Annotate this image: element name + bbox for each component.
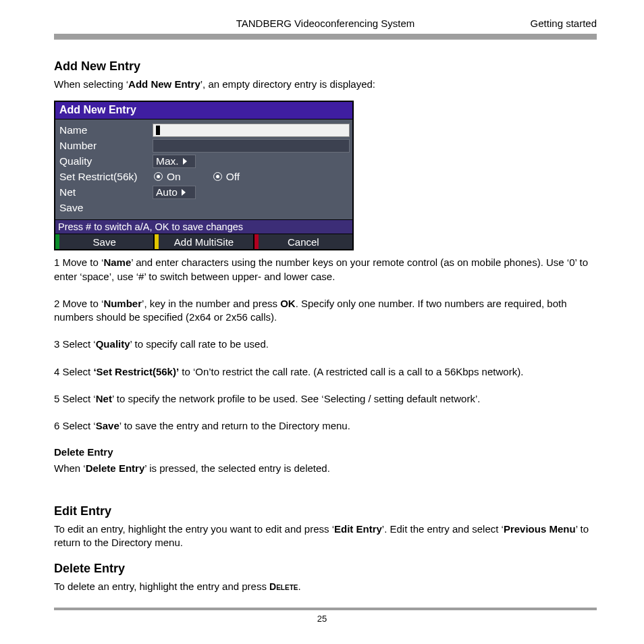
section-add-new-entry-title: Add New Entry (54, 59, 597, 74)
t: 5 Select ‘ (54, 393, 96, 404)
add-new-entry-dialog: Add New Entry Name Number Quality Max. (54, 101, 354, 250)
quality-dropdown[interactable]: Max. (153, 155, 196, 168)
delete-entry-text-2: To delete an entry, highlight the entry … (54, 580, 597, 593)
label-save: Save (58, 202, 153, 214)
cancel-button-label: Cancel (288, 236, 319, 248)
step-5: 5 Select ‘Net’ to specify the network pr… (54, 392, 597, 406)
restrict-off-label: Off (226, 171, 240, 183)
delete-entry-text: When ‘Delete Entry’ is pressed, the sele… (54, 462, 597, 475)
save-button[interactable]: Save (55, 234, 155, 249)
t: ‘Set Restrict(56k)’ (93, 366, 179, 377)
chevron-right-icon (182, 189, 186, 196)
section-add-new-entry-intro: When selecting ‘Add New Entry’, an empty… (54, 78, 597, 91)
intro-bold: Add New Entry (128, 78, 200, 90)
save-button-label: Save (93, 236, 116, 248)
section-delete-entry-title: Delete Entry (54, 562, 597, 576)
intro-pre: When selecting ‘ (54, 78, 128, 90)
t: to ‘On’to restrict the call rate. (A res… (179, 366, 523, 377)
header-rule (54, 34, 597, 40)
dialog-buttons: Save Add MultiSite Cancel (55, 234, 352, 249)
edit-entry-text: To edit an entry, highlight the entry yo… (54, 522, 597, 550)
add-multisite-button[interactable]: Add MultiSite (155, 234, 254, 249)
net-value: Auto (156, 186, 178, 198)
t: 3 Select ‘ (54, 338, 96, 350)
header-center: TANDBERG Videoconferencing System (54, 18, 597, 29)
step-6: 6 Select ‘Save’ to save the entry and re… (54, 419, 597, 433)
t: Save (96, 420, 119, 431)
restrict-on-label: On (167, 171, 181, 183)
name-field[interactable] (153, 124, 350, 137)
page-number: 25 (0, 614, 644, 624)
t: Previous Menu (504, 523, 576, 535)
t: Name (103, 257, 131, 268)
radio-dot-icon (154, 172, 163, 181)
dialog-body: Name Number Quality Max. Set Restrict(56… (55, 119, 352, 219)
row-number: Number (58, 138, 350, 153)
net-dropdown[interactable]: Auto (153, 186, 196, 199)
t: 1 Move to ‘ (54, 257, 103, 268)
t: Delete Entry (86, 462, 145, 474)
t: ’. Edit the entry and select ‘ (382, 523, 504, 535)
row-save[interactable]: Save (58, 200, 350, 215)
step-3: 3 Select ‘Quality’ to specify call rate … (54, 338, 597, 351)
step-4: 4 Select ‘Set Restrict(56k)’ to ‘On’to r… (54, 365, 597, 379)
row-restrict: Set Restrict(56k) On Off (58, 169, 350, 184)
restrict-radiogroup: On Off (153, 171, 240, 183)
t: ’ to specify the network profile to be u… (112, 393, 481, 404)
t: 4 Select (54, 366, 93, 377)
text-cursor-icon (156, 126, 160, 135)
radio-dot-icon (213, 172, 222, 181)
row-name: Name (58, 122, 350, 138)
t: Number (103, 298, 142, 309)
t: Net (96, 393, 112, 404)
t: 2 Move to ‘ (54, 298, 103, 309)
t: Quality (96, 338, 130, 350)
t: ’ to specify call rate to be used. (130, 338, 269, 350)
label-name: Name (58, 124, 153, 136)
dialog-titlebar: Add New Entry (55, 102, 352, 119)
dialog-hint: Press # to switch a/A, OK to save change… (55, 219, 352, 234)
step-2: 2 Move to ‘Number’, key in the number an… (54, 297, 597, 325)
t: ’, key in the number and press (142, 298, 280, 309)
t: 6 Select ‘ (54, 420, 96, 431)
row-quality: Quality Max. (58, 153, 350, 169)
t: To delete an entry, highlight the entry … (54, 581, 269, 592)
section-edit-entry-title: Edit Entry (54, 504, 597, 518)
page-header: TANDBERG Videoconferencing System Gettin… (54, 18, 597, 32)
delete-entry-subhead: Delete Entry (54, 446, 597, 458)
chevron-right-icon (183, 158, 187, 165)
t: Edit Entry (334, 523, 382, 535)
footer-rule (54, 608, 597, 610)
restrict-off-radio[interactable]: Off (213, 171, 240, 183)
t: When ‘ (54, 462, 86, 474)
row-net: Net Auto (58, 184, 350, 200)
restrict-on-radio[interactable]: On (154, 171, 181, 183)
quality-value: Max. (156, 155, 179, 167)
t: Delete (269, 581, 298, 592)
cancel-button[interactable]: Cancel (254, 234, 352, 249)
t: ’ and enter characters using the number … (54, 257, 588, 281)
t: ’ is pressed, the selected entry is dele… (144, 462, 330, 474)
label-number: Number (58, 140, 153, 152)
add-multisite-button-label: Add MultiSite (174, 236, 234, 248)
steps-list: 1 Move to ‘Name’ and enter characters us… (54, 256, 597, 433)
intro-post: ’, an empty directory entry is displayed… (200, 78, 375, 90)
t: OK (280, 298, 296, 309)
label-net: Net (58, 186, 153, 198)
label-quality: Quality (58, 155, 153, 167)
label-restrict: Set Restrict(56k) (58, 171, 153, 183)
t: To edit an entry, highlight the entry yo… (54, 523, 334, 535)
t: ’ to save the entry and return to the Di… (119, 420, 350, 431)
number-field[interactable] (153, 139, 350, 153)
t: . (298, 581, 300, 592)
step-1: 1 Move to ‘Name’ and enter characters us… (54, 256, 597, 284)
